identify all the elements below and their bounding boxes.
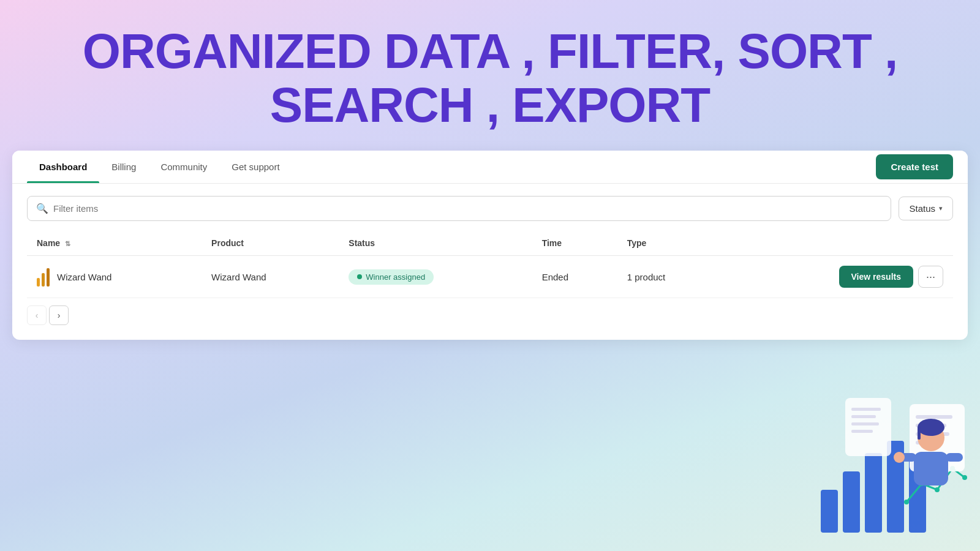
col-header-time: Time xyxy=(532,231,617,256)
svg-rect-26 xyxy=(851,430,873,433)
svg-rect-3 xyxy=(887,441,904,533)
hero-section: ORGANIZED DATA , FILTER, SORT , SEARCH ,… xyxy=(0,0,980,151)
table-header-row: Name ⇅ Product Status Time Type xyxy=(27,231,953,256)
svg-rect-13 xyxy=(916,432,949,436)
svg-rect-24 xyxy=(851,415,876,418)
svg-rect-12 xyxy=(916,424,946,427)
next-icon: › xyxy=(58,310,61,320)
svg-rect-19 xyxy=(899,453,916,462)
prev-icon: ‹ xyxy=(36,310,39,320)
cell-type: 1 product xyxy=(617,256,725,298)
svg-point-6 xyxy=(919,481,924,486)
col-header-type: Type xyxy=(617,231,725,256)
svg-point-9 xyxy=(962,475,967,480)
status-badge: Winner assigned xyxy=(349,269,434,285)
tab-community[interactable]: Community xyxy=(148,151,219,183)
chevron-down-icon: ▾ xyxy=(939,204,943,212)
tab-billing[interactable]: Billing xyxy=(99,151,148,183)
decorative-illustration xyxy=(809,380,980,551)
data-table: Name ⇅ Product Status Time Type xyxy=(27,231,953,298)
svg-rect-25 xyxy=(851,422,879,425)
nav-tabs: Dashboard Billing Community Get support … xyxy=(12,151,968,184)
filter-row: 🔍 Status ▾ xyxy=(27,196,953,221)
more-icon: ··· xyxy=(926,271,935,283)
status-filter-button[interactable]: Status ▾ xyxy=(899,197,953,220)
search-icon: 🔍 xyxy=(36,203,48,214)
svg-rect-14 xyxy=(916,441,943,444)
table-section: 🔍 Status ▾ Name ⇅ Product Status Time xyxy=(12,184,968,340)
cell-name: Wizard Wand xyxy=(27,256,202,298)
main-panel: Dashboard Billing Community Get support … xyxy=(12,151,968,340)
cell-status: Winner assigned xyxy=(339,256,532,298)
svg-rect-22 xyxy=(845,398,891,456)
create-test-button[interactable]: Create test xyxy=(876,154,953,179)
cell-actions: View results ··· xyxy=(724,256,953,298)
svg-point-5 xyxy=(904,500,909,504)
prev-page-button[interactable]: ‹ xyxy=(27,305,47,325)
svg-point-21 xyxy=(894,452,905,463)
cell-product: Wizard Wand xyxy=(202,256,339,298)
svg-rect-18 xyxy=(914,452,948,485)
tab-dashboard[interactable]: Dashboard xyxy=(27,151,99,183)
more-options-button[interactable]: ··· xyxy=(918,266,943,288)
tab-get-support[interactable]: Get support xyxy=(219,151,292,183)
hero-title: ORGANIZED DATA , FILTER, SORT , SEARCH ,… xyxy=(12,24,968,132)
svg-point-8 xyxy=(950,466,955,471)
search-box: 🔍 xyxy=(27,196,891,221)
svg-rect-1 xyxy=(843,471,860,533)
search-input[interactable] xyxy=(53,203,882,214)
sort-icon: ⇅ xyxy=(65,240,70,247)
svg-rect-17 xyxy=(918,427,921,440)
svg-point-15 xyxy=(918,424,944,451)
svg-rect-10 xyxy=(910,404,965,471)
col-header-product: Product xyxy=(202,231,339,256)
table-row: Wizard Wand Wizard Wand Winner assigned … xyxy=(27,256,953,298)
col-header-status: Status xyxy=(339,231,532,256)
wand-icon xyxy=(37,267,50,287)
view-results-button[interactable]: View results xyxy=(839,266,913,288)
svg-rect-11 xyxy=(916,415,952,419)
svg-rect-20 xyxy=(946,453,963,462)
status-dot xyxy=(357,274,362,279)
svg-rect-23 xyxy=(851,408,881,411)
pagination: ‹ › xyxy=(27,298,953,328)
col-header-name[interactable]: Name ⇅ xyxy=(27,231,202,256)
svg-point-16 xyxy=(918,419,944,436)
col-header-actions xyxy=(724,231,953,256)
svg-rect-4 xyxy=(909,459,926,533)
svg-rect-0 xyxy=(821,490,838,533)
status-filter-label: Status xyxy=(909,203,935,214)
svg-point-7 xyxy=(935,487,940,492)
next-page-button[interactable]: › xyxy=(49,305,69,325)
item-name-text: Wizard Wand xyxy=(57,272,111,282)
cell-time: Ended xyxy=(532,256,617,298)
status-text: Winner assigned xyxy=(366,272,425,282)
svg-rect-2 xyxy=(865,453,882,533)
